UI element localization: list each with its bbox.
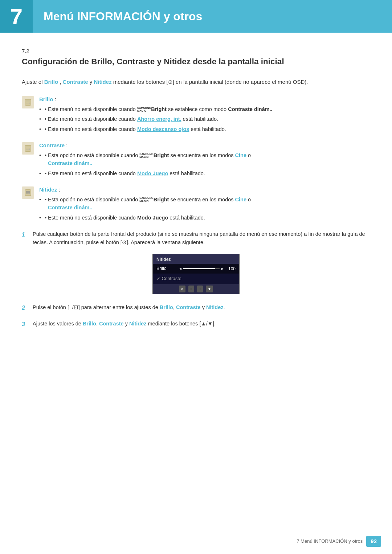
contraste-bullet-2: • Este menú no está disponible cuando Mo… [39,169,370,177]
note-contraste-label-line: Contraste : [39,141,370,150]
bright-bold-2: Bright [154,152,169,158]
svg-rect-10 [25,190,31,196]
contraste-bullet-1: • Esta opción no está disponible cuando … [39,151,370,168]
intro-sep1: , [60,79,62,85]
nitidez-colon: : [58,186,60,193]
brillo-label: Brillo [39,96,53,102]
intro-sep2: y [90,79,94,85]
osd-header-label: Nitidez [156,256,171,263]
nitidez-label: Nitidez [39,186,57,193]
slider-arrow-right: ► [221,266,224,271]
modo-juego-link-1: Modo Juego [137,171,168,176]
pencil-svg-3 [24,189,32,197]
pencil-svg [24,98,32,106]
step3-nitidez: Nitidez [129,321,147,327]
chapter-title: Menú INFORMACIÓN y otros [44,8,202,25]
step-1-number: 1 [22,230,28,239]
intro-nitidez: Nitidez [94,79,111,85]
bullet-dot: • [45,169,48,177]
pencil-svg-2 [24,144,32,152]
step2-brillo: Brillo [160,304,173,310]
osd-header-row: Nitidez [153,254,239,264]
osd-btn-x: ✕ [179,286,185,292]
osd-contraste-label: ✓ Contraste [156,275,181,282]
bullet-dot: • [45,196,48,204]
osd-btn-minus: − [188,286,194,292]
step-3-text: Ajuste los valores de Brillo, Contraste … [33,320,216,328]
svg-rect-0 [25,99,31,106]
contraste-dinam-1: Contraste dinám.. [228,106,272,112]
step2-nitidez: Nitidez [206,304,224,310]
osd-slider-row: Brillo ◄ ► 100 [153,264,239,274]
contraste-label: Contraste [39,142,65,148]
brillo-bullets: • Este menú no está disponible cuando SA… [39,105,370,133]
osd-brillo-value: 100 [226,266,236,272]
step-2-number: 2 [22,303,28,313]
modo-juego-bold: Modo Juego [137,215,168,221]
chapter-number: 7 [0,0,33,33]
contraste-colon: : [66,142,68,148]
step-1-text: Pulse cualquier botón de la parte fronta… [33,230,370,247]
pencil-icon-contraste [22,142,34,155]
bullet-dot: • [45,115,48,123]
note-nitidez-block: Nitidez : • Esta opción no está disponib… [22,186,370,223]
step-2-text: Pulse el botón [□/⊡] para alternar entre… [33,303,225,312]
footer-page-number: 92 [366,536,381,547]
brillo-colon: : [55,96,56,102]
step-3-number: 3 [22,320,28,329]
brillo-bullet-1: • Este menú no está disponible cuando SA… [39,105,370,113]
intro-paragraph: Ajuste el Brillo , Contraste y Nitidez m… [22,78,370,86]
samsung-magic-1: SAMSUNGMAGIC [137,107,151,113]
bullet-dot: • [45,151,48,159]
slider-arrow-left: ◄ [179,266,182,271]
brillo-bullet-3: • Este menú no está disponible cuando Mo… [39,125,370,133]
intro-contraste: Contraste [63,79,88,85]
bright-bold-3: Bright [154,197,169,202]
svg-rect-5 [25,145,31,152]
ahorro-energ-link: Ahorro energ. int. [137,116,181,122]
note-nitidez-label-line: Nitidez : [39,186,370,194]
bullet-dot: • [45,125,48,133]
osd-bottom-bar: ✕ − + ▼ [153,284,239,294]
pencil-icon-brillo [22,96,34,108]
contraste-bullets: • Esta opción no está disponible cuando … [39,151,370,177]
contraste-dinam-2: Contraste dinám.. [48,160,92,166]
osd-brillo-label: Brillo [156,265,176,272]
note-brillo-label-line: Brillo : [39,95,370,104]
note-brillo-content: Brillo : • Este menú no está disponible … [39,95,370,135]
step-1: 1 Pulse cualquier botón de la parte fron… [22,230,370,247]
pencil-icon-nitidez [22,186,34,199]
osd-contraste-row: ✓ Contraste [153,274,239,284]
osd-menu: Nitidez Brillo ◄ ► 100 ✓ Contraste ✕ − [152,254,240,294]
nitidez-bullet-1: • Esta opción no está disponible cuando … [39,196,370,212]
chapter-title-box: Menú INFORMACIÓN y otros [33,0,202,33]
slider-track [183,268,220,269]
contraste-dinam-3: Contraste dinám.. [48,205,92,210]
step-2: 2 Pulse el botón [□/⊡] para alternar ent… [22,303,370,313]
intro-text-before: Ajuste el [22,79,44,85]
cine-label-1: Cine [235,152,246,158]
intro-text-after: mediante los botones [⊙] en la pantalla … [113,79,308,85]
osd-container: Nitidez Brillo ◄ ► 100 ✓ Contraste ✕ − [22,254,370,294]
osd-slider: ◄ ► [179,266,224,271]
section-number: 7.2 [22,48,29,54]
section-heading: 7.2 Configuración de Brillo, Contraste y… [22,47,370,67]
bullet-dot: • [45,105,48,113]
note-contraste-content: Contraste : • Esta opción no está dispon… [39,141,370,179]
nitidez-bullet-2: • Este menú no está disponible cuando Mo… [39,214,370,222]
brillo-bullet-2: • Este menú no está disponible cuando Ah… [39,115,370,123]
slider-fill [183,268,215,269]
cine-label-2: Cine [235,197,246,202]
section-title: Configuración de Brillo, Contraste y Nit… [22,56,370,68]
samsung-magic-3: SAMSUNGMAGIC [139,197,153,203]
step-3: 3 Ajuste los valores de Brillo, Contrast… [22,320,370,329]
note-contraste-block: Contraste : • Esta opción no está dispon… [22,141,370,179]
note-brillo-block: Brillo : • Este menú no está disponible … [22,95,370,135]
footer-chapter-text: 7 Menú INFORMACIÓN y otros [297,538,363,545]
step3-contraste: Contraste [99,321,124,327]
osd-btn-v: ▼ [206,286,213,292]
main-content: 7.2 Configuración de Brillo, Contraste y… [0,47,392,358]
note-nitidez-content: Nitidez : • Esta opción no está disponib… [39,186,370,223]
intro-brillo: Brillo [44,79,58,85]
modo-descanso-link: Modo descanso ojos [137,126,189,132]
